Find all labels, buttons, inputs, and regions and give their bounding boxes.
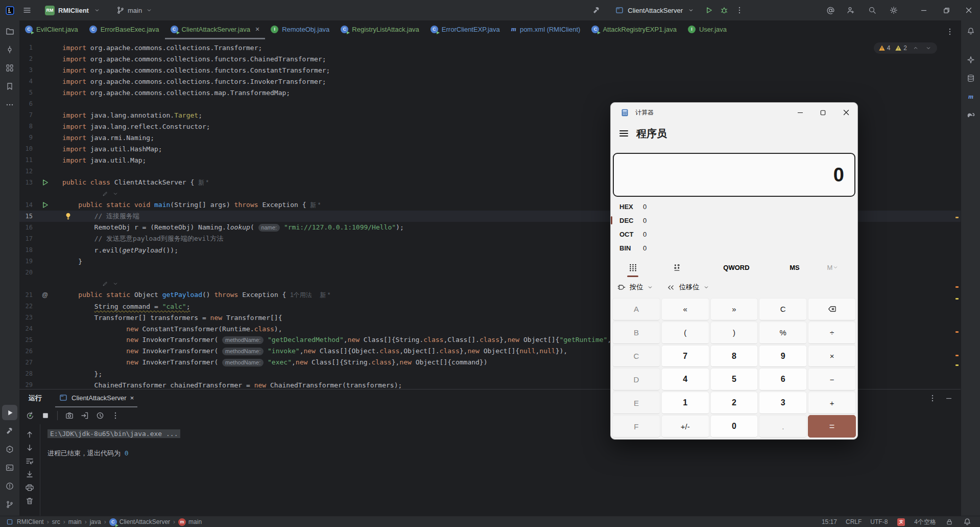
key-%[interactable]: % (759, 322, 807, 344)
debug-button[interactable] (716, 3, 732, 18)
sidebar-item-version-control[interactable] (2, 497, 17, 512)
gutter-slot[interactable] (39, 178, 51, 187)
run-panel-options-button[interactable] (927, 393, 938, 404)
hide-run-panel-button[interactable] (943, 393, 954, 404)
sidebar-item-run[interactable] (2, 405, 17, 420)
stripe-mark[interactable] (955, 331, 959, 333)
tab-AttackRegistryEXP1.java[interactable]: CAttackRegistryEXP1.java (586, 20, 682, 39)
radix-bin[interactable]: BIN0 (611, 241, 857, 255)
stop-button[interactable] (39, 409, 52, 422)
key-3[interactable]: 3 (759, 392, 807, 414)
window-minimize-button[interactable] (913, 0, 935, 20)
calc-close-button[interactable] (834, 103, 857, 122)
status-line-separator[interactable]: CRLF (846, 518, 862, 525)
breadcrumb-main[interactable]: mmain (178, 518, 202, 526)
sidebar-item-maven[interactable]: m (963, 89, 978, 104)
memory-menu-button[interactable]: M (815, 257, 851, 278)
breadcrumb-java[interactable]: java (90, 518, 101, 525)
key-+/-[interactable]: +/- (661, 415, 709, 438)
key-A[interactable]: A (612, 298, 660, 320)
build-button[interactable] (589, 3, 604, 18)
intention-bulb-icon[interactable] (64, 212, 72, 221)
close-tab-icon[interactable]: × (255, 25, 259, 33)
code-vision-author-icon[interactable] (101, 189, 120, 198)
key-)[interactable]: ) (710, 322, 758, 344)
tab-RemoteObj.java[interactable]: IRemoteObj.java (265, 20, 335, 39)
key-([interactable]: ( (661, 322, 709, 344)
sidebar-item-gradle[interactable] (963, 107, 978, 123)
key-backspace[interactable] (808, 298, 856, 320)
error-stripe[interactable] (955, 39, 960, 389)
key-2[interactable]: 2 (710, 392, 758, 414)
scroll-to-end-button[interactable] (23, 468, 36, 480)
window-close-button[interactable] (958, 0, 980, 20)
sidebar-item-project[interactable] (2, 24, 17, 39)
sidebar-item-more-tool-windows[interactable] (2, 97, 17, 112)
key-D[interactable]: D (612, 368, 660, 391)
tab-ErrorBaseExec.java[interactable]: CErrorBaseExec.java (84, 20, 165, 39)
key-8[interactable]: 8 (710, 345, 758, 368)
settings-button[interactable] (886, 3, 901, 18)
snapshot-camera-button[interactable] (63, 409, 76, 422)
memory-store-button[interactable]: MS (774, 257, 815, 278)
calculator-title-bar[interactable]: 计算器 (611, 103, 857, 122)
key-1[interactable]: 1 (661, 392, 709, 414)
tab-pom.xml (RMIClient)[interactable]: mpom.xml (RMIClient) (506, 20, 586, 39)
status-cursor-position[interactable]: 15:17 (822, 518, 837, 525)
project-widget[interactable]: RM RMIClient (42, 4, 105, 17)
ai-chat-button[interactable] (823, 3, 838, 18)
key-E[interactable]: E (612, 392, 660, 414)
key-4[interactable]: 4 (661, 368, 709, 391)
breadcrumb-ClientAttackServer[interactable]: CClientAttackServer (109, 518, 170, 526)
radix-dec[interactable]: DEC0 (611, 214, 857, 227)
status-status-notifications[interactable] (963, 517, 972, 526)
stripe-mark[interactable] (955, 217, 959, 218)
key-«[interactable]: « (661, 298, 709, 320)
key-÷[interactable]: ÷ (808, 322, 856, 344)
key-C[interactable]: C (759, 298, 807, 320)
vcs-branch-widget[interactable]: main (113, 4, 157, 16)
run-button[interactable] (701, 3, 716, 18)
sidebar-item-notifications[interactable] (963, 24, 978, 39)
main-menu-button[interactable] (19, 3, 35, 18)
key-−[interactable]: − (808, 368, 856, 391)
inspections-widget[interactable]: 4 2 (874, 42, 937, 54)
rerun-button[interactable] (23, 409, 37, 422)
sidebar-item-terminal[interactable] (2, 460, 17, 475)
code-with-me-button[interactable] (843, 3, 858, 18)
run-tab[interactable]: ClientAttackServer × (55, 389, 137, 407)
soft-wrap-button[interactable] (23, 455, 36, 467)
calc-maximize-button[interactable] (811, 103, 834, 122)
calc-navigation-button[interactable] (619, 130, 628, 136)
key-×[interactable]: × (808, 345, 856, 368)
breadcrumb-src[interactable]: src (52, 518, 60, 525)
tab-EvilClient.java[interactable]: CEvilClient.java (19, 20, 84, 39)
breadcrumb-RMIClient[interactable]: RMIClient (5, 517, 44, 526)
next-problem-button[interactable] (924, 44, 933, 52)
key-B[interactable]: B (612, 322, 660, 344)
navigate-down-button[interactable] (23, 442, 36, 454)
full-keypad-toggle[interactable] (611, 257, 655, 278)
bitwise-menu-button[interactable]: 按位 (617, 283, 653, 292)
window-restore-button[interactable] (935, 0, 958, 20)
word-size-button[interactable]: QWORD (699, 257, 774, 278)
close-run-tab-icon[interactable]: × (130, 394, 134, 402)
key-C[interactable]: C (612, 345, 660, 368)
gc-clock-button[interactable] (93, 409, 107, 422)
sidebar-item-services[interactable] (2, 442, 17, 457)
tab-ClientAttackServer.java[interactable]: CClientAttackServer.java× (165, 20, 266, 39)
bit-toggle-keypad[interactable] (655, 257, 699, 278)
key-9[interactable]: 9 (759, 345, 807, 368)
console-command-line[interactable]: E:\JDK\jdk-8u65\bin\java.exe ... (47, 429, 180, 438)
key-F[interactable]: F (612, 415, 660, 438)
calc-minimize-button[interactable] (788, 103, 811, 122)
sidebar-item-ai-assistant[interactable] (963, 52, 978, 67)
breadcrumb-main[interactable]: main (68, 518, 82, 525)
status-file-lock[interactable] (945, 517, 954, 526)
stripe-mark[interactable] (955, 286, 959, 288)
status-indent-size[interactable]: 4个空格 (914, 518, 936, 526)
key-»[interactable]: » (710, 298, 758, 320)
run-console[interactable]: E:\JDK\jdk-8u65\bin\java.exe ...进程已结束，退出… (40, 424, 180, 516)
code-vision-author-icon[interactable] (101, 279, 120, 288)
radix-oct[interactable]: OCT0 (611, 227, 857, 241)
